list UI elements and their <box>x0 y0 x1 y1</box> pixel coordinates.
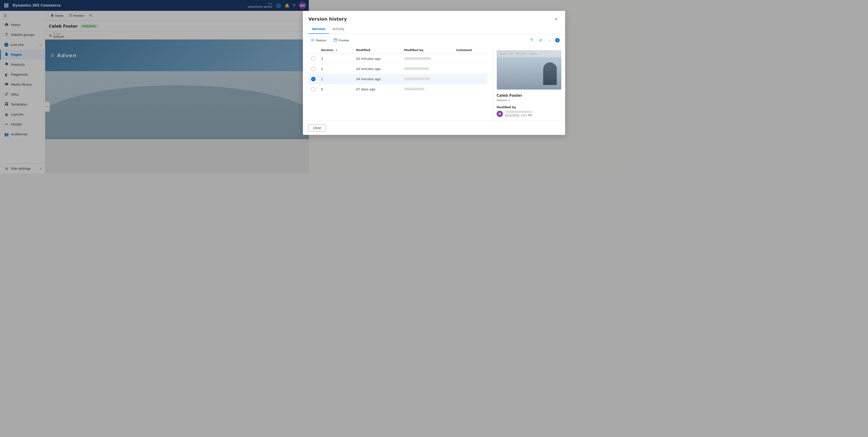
table-row[interactable]: 2 34 minutes ago <box>308 64 309 74</box>
modal-overlay: Version history ✕ Version Activity Resto… <box>0 0 309 174</box>
close-button[interactable]: Close <box>308 125 309 131</box>
table-row[interactable]: ✓ 1 34 minutes ago <box>308 74 309 84</box>
col-check <box>308 46 309 54</box>
row-check-2 <box>308 64 309 74</box>
version-history-modal: Version history ✕ Version Activity Resto… <box>303 11 309 135</box>
modal-toolbar: Restore Preview i <box>303 34 309 46</box>
table-row[interactable]: 3 33 minutes ago <box>308 54 309 64</box>
version-table: Version ↓ Modified Modified by Comment <box>308 46 309 94</box>
tab-version[interactable]: Version <box>308 25 309 34</box>
restore-button[interactable]: Restore <box>308 37 309 43</box>
modal-header: Version history ✕ <box>303 11 309 23</box>
modal-body: Version ↓ Modified Modified by Comment <box>303 46 309 121</box>
modal-footer: Close <box>303 121 309 135</box>
table-row[interactable]: 0 47 days ago <box>308 84 309 94</box>
row-check-1: ✓ <box>308 74 309 84</box>
row-check-0 <box>308 84 309 94</box>
modal-tabs: Version Activity <box>303 23 309 34</box>
row-check-3 <box>308 54 309 64</box>
version-table-area: Version ↓ Modified Modified by Comment <box>303 46 309 121</box>
modal-title: Version history <box>308 16 309 22</box>
modal-toolbar-left: Restore Preview <box>308 37 309 43</box>
